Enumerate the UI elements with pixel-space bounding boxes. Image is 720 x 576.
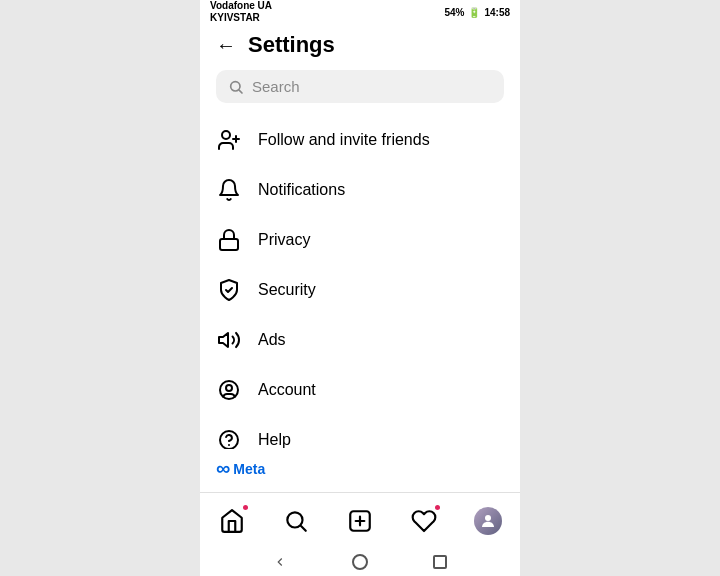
nav-search[interactable]	[278, 503, 314, 539]
carrier-name: Vodafone UA	[210, 0, 272, 12]
svg-point-2	[222, 131, 230, 139]
top-bar: ← Settings	[200, 24, 520, 66]
svg-line-25	[301, 526, 306, 531]
home-icon	[219, 508, 245, 534]
nav-add[interactable]	[342, 503, 378, 539]
battery-level: 54%	[444, 7, 464, 18]
gesture-bar	[200, 548, 520, 576]
svg-point-29	[485, 515, 491, 521]
nav-heart[interactable]	[406, 503, 442, 539]
status-bar: Vodafone UA KYIVSTAR 54% 🔋 14:58	[200, 0, 520, 24]
menu-item-ads[interactable]: Ads	[200, 315, 520, 365]
follow-icon	[216, 127, 242, 153]
search-icon	[228, 79, 244, 95]
menu-item-follow[interactable]: Follow and invite friends	[200, 115, 520, 165]
carrier-info: Vodafone UA KYIVSTAR	[210, 0, 272, 24]
menu-item-privacy[interactable]: Privacy	[200, 215, 520, 265]
status-right: 54% 🔋 14:58	[444, 7, 510, 18]
back-gesture-button[interactable]	[269, 551, 291, 573]
notifications-label: Notifications	[258, 181, 345, 199]
svg-line-1	[239, 90, 242, 93]
search-placeholder: Search	[252, 78, 300, 95]
menu-item-account[interactable]: Account	[200, 365, 520, 415]
meta-label: Meta	[233, 461, 265, 477]
battery-icon: 🔋	[468, 7, 480, 18]
ads-icon	[216, 327, 242, 353]
heart-notification-dot	[435, 505, 440, 510]
svg-point-24	[287, 512, 302, 527]
search-bar[interactable]: Search	[216, 70, 504, 103]
privacy-icon	[216, 227, 242, 253]
meta-logo: ∞ Meta	[216, 457, 504, 480]
page-title: Settings	[248, 32, 335, 58]
profile-icon	[474, 507, 502, 535]
search-nav-icon	[283, 508, 309, 534]
add-icon	[347, 508, 373, 534]
nav-profile[interactable]	[470, 503, 506, 539]
ads-label: Ads	[258, 331, 286, 349]
back-button[interactable]: ←	[216, 34, 236, 57]
privacy-label: Privacy	[258, 231, 310, 249]
help-label: Help	[258, 431, 291, 449]
notifications-icon	[216, 177, 242, 203]
time-display: 14:58	[484, 7, 510, 18]
home-notification-dot	[243, 505, 248, 510]
menu-item-security[interactable]: Security	[200, 265, 520, 315]
home-gesture-button[interactable]	[349, 551, 371, 573]
help-icon	[216, 427, 242, 449]
menu-item-help[interactable]: Help	[200, 415, 520, 449]
menu-list: Follow and invite friends Notifications …	[200, 111, 520, 449]
security-label: Security	[258, 281, 316, 299]
heart-icon	[411, 508, 437, 534]
recents-gesture-button[interactable]	[429, 551, 451, 573]
follow-label: Follow and invite friends	[258, 131, 430, 149]
svg-point-8	[226, 385, 232, 391]
bottom-nav	[200, 492, 520, 548]
account-icon	[216, 377, 242, 403]
meta-section: ∞ Meta	[200, 449, 520, 492]
phone-frame: Vodafone UA KYIVSTAR 54% 🔋 14:58 ← Setti…	[200, 0, 520, 576]
account-label: Account	[258, 381, 316, 399]
svg-rect-5	[220, 239, 238, 250]
svg-marker-6	[219, 333, 228, 347]
network-name: KYIVSTAR	[210, 12, 272, 24]
menu-item-notifications[interactable]: Notifications	[200, 165, 520, 215]
security-icon	[216, 277, 242, 303]
meta-infinity-icon: ∞	[216, 457, 229, 480]
nav-home[interactable]	[214, 503, 250, 539]
